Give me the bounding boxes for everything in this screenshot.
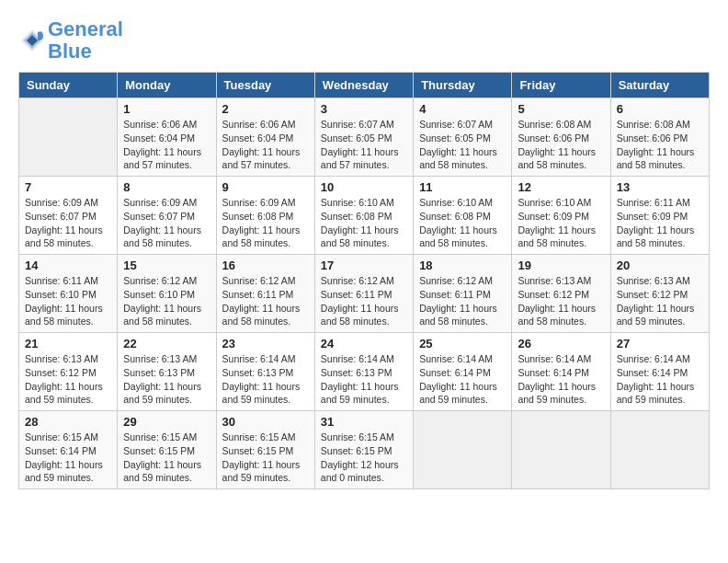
- day-info: Sunrise: 6:10 AMSunset: 6:09 PMDaylight:…: [518, 196, 604, 250]
- day-number: 7: [25, 180, 111, 194]
- day-info: Sunrise: 6:15 AMSunset: 6:15 PMDaylight:…: [321, 431, 407, 485]
- day-info: Sunrise: 6:12 AMSunset: 6:11 PMDaylight:…: [321, 274, 407, 328]
- calendar-cell: 9Sunrise: 6:09 AMSunset: 6:08 PMDaylight…: [216, 177, 314, 255]
- day-number: 19: [518, 259, 604, 272]
- day-info: Sunrise: 6:15 AMSunset: 6:15 PMDaylight:…: [123, 431, 210, 485]
- day-number: 31: [321, 415, 407, 429]
- day-number: 4: [419, 102, 506, 116]
- day-number: 15: [123, 259, 210, 272]
- day-number: 26: [518, 337, 604, 350]
- calendar-cell: 20Sunrise: 6:13 AMSunset: 6:12 PMDayligh…: [610, 255, 709, 333]
- calendar-cell: 6Sunrise: 6:08 AMSunset: 6:06 PMDaylight…: [610, 98, 709, 177]
- calendar-cell: 25Sunrise: 6:14 AMSunset: 6:14 PMDayligh…: [414, 333, 512, 411]
- calendar-cell: 17Sunrise: 6:12 AMSunset: 6:11 PMDayligh…: [314, 255, 413, 333]
- day-info: Sunrise: 6:10 AMSunset: 6:08 PMDaylight:…: [321, 196, 407, 250]
- day-info: Sunrise: 6:13 AMSunset: 6:12 PMDaylight:…: [518, 274, 604, 328]
- day-number: 25: [419, 337, 506, 350]
- calendar-cell: [610, 411, 709, 489]
- logo: General Blue: [18, 18, 123, 63]
- day-info: Sunrise: 6:15 AMSunset: 6:15 PMDaylight:…: [222, 431, 309, 485]
- calendar-week-row: 21Sunrise: 6:13 AMSunset: 6:12 PMDayligh…: [19, 333, 710, 411]
- day-info: Sunrise: 6:06 AMSunset: 6:04 PMDaylight:…: [222, 118, 309, 172]
- calendar-cell: 8Sunrise: 6:09 AMSunset: 6:07 PMDaylight…: [118, 177, 216, 255]
- day-number: 24: [321, 337, 407, 350]
- calendar-week-row: 14Sunrise: 6:11 AMSunset: 6:10 PMDayligh…: [19, 255, 710, 333]
- calendar-week-row: 1Sunrise: 6:06 AMSunset: 6:04 PMDaylight…: [19, 98, 710, 177]
- day-info: Sunrise: 6:14 AMSunset: 6:14 PMDaylight:…: [419, 352, 506, 407]
- day-number: 16: [222, 259, 309, 272]
- day-number: 9: [222, 180, 309, 194]
- day-info: Sunrise: 6:10 AMSunset: 6:08 PMDaylight:…: [419, 196, 506, 250]
- calendar-cell: 15Sunrise: 6:12 AMSunset: 6:10 PMDayligh…: [118, 255, 216, 333]
- calendar-cell: 11Sunrise: 6:10 AMSunset: 6:08 PMDayligh…: [414, 177, 512, 255]
- calendar-cell: 3Sunrise: 6:07 AMSunset: 6:05 PMDaylight…: [314, 98, 413, 177]
- calendar-cell: 4Sunrise: 6:07 AMSunset: 6:05 PMDaylight…: [414, 98, 512, 177]
- calendar-cell: 26Sunrise: 6:14 AMSunset: 6:14 PMDayligh…: [512, 333, 610, 411]
- day-number: 11: [419, 180, 506, 194]
- calendar-cell: 24Sunrise: 6:14 AMSunset: 6:13 PMDayligh…: [314, 333, 413, 411]
- weekday-header: Thursday: [414, 73, 512, 98]
- calendar-cell: 31Sunrise: 6:15 AMSunset: 6:15 PMDayligh…: [314, 411, 413, 489]
- calendar-cell: [19, 98, 118, 177]
- day-number: 23: [222, 337, 309, 350]
- day-info: Sunrise: 6:09 AMSunset: 6:07 PMDaylight:…: [123, 196, 210, 250]
- calendar-cell: 1Sunrise: 6:06 AMSunset: 6:04 PMDaylight…: [118, 98, 216, 177]
- calendar-cell: 28Sunrise: 6:15 AMSunset: 6:14 PMDayligh…: [19, 411, 118, 489]
- calendar-cell: [512, 411, 610, 489]
- day-info: Sunrise: 6:14 AMSunset: 6:14 PMDaylight:…: [518, 352, 604, 407]
- calendar-cell: [414, 411, 512, 489]
- day-info: Sunrise: 6:08 AMSunset: 6:06 PMDaylight:…: [518, 118, 604, 172]
- day-number: 10: [321, 180, 407, 194]
- day-info: Sunrise: 6:07 AMSunset: 6:05 PMDaylight:…: [419, 118, 506, 172]
- day-number: 13: [617, 180, 703, 194]
- day-number: 5: [518, 102, 604, 116]
- weekday-header: Wednesday: [314, 73, 413, 98]
- day-info: Sunrise: 6:13 AMSunset: 6:12 PMDaylight:…: [25, 352, 111, 407]
- calendar-cell: 2Sunrise: 6:06 AMSunset: 6:04 PMDaylight…: [216, 98, 314, 177]
- page-header: General Blue: [18, 18, 710, 63]
- calendar-cell: 7Sunrise: 6:09 AMSunset: 6:07 PMDaylight…: [19, 177, 118, 255]
- day-info: Sunrise: 6:07 AMSunset: 6:05 PMDaylight:…: [321, 118, 407, 172]
- weekday-header: Sunday: [19, 73, 118, 98]
- day-number: 8: [123, 180, 210, 194]
- weekday-header: Tuesday: [216, 73, 314, 98]
- day-info: Sunrise: 6:11 AMSunset: 6:10 PMDaylight:…: [25, 274, 111, 328]
- day-number: 28: [25, 415, 111, 429]
- calendar-cell: 14Sunrise: 6:11 AMSunset: 6:10 PMDayligh…: [19, 255, 118, 333]
- day-number: 3: [321, 102, 407, 116]
- calendar-cell: 13Sunrise: 6:11 AMSunset: 6:09 PMDayligh…: [610, 177, 709, 255]
- calendar-cell: 16Sunrise: 6:12 AMSunset: 6:11 PMDayligh…: [216, 255, 314, 333]
- day-info: Sunrise: 6:14 AMSunset: 6:13 PMDaylight:…: [321, 352, 407, 407]
- calendar-cell: 29Sunrise: 6:15 AMSunset: 6:15 PMDayligh…: [118, 411, 216, 489]
- calendar-cell: 18Sunrise: 6:12 AMSunset: 6:11 PMDayligh…: [414, 255, 512, 333]
- day-number: 22: [123, 337, 210, 350]
- calendar-cell: 12Sunrise: 6:10 AMSunset: 6:09 PMDayligh…: [512, 177, 610, 255]
- calendar-week-row: 28Sunrise: 6:15 AMSunset: 6:14 PMDayligh…: [19, 411, 710, 489]
- calendar-cell: 5Sunrise: 6:08 AMSunset: 6:06 PMDaylight…: [512, 98, 610, 177]
- day-info: Sunrise: 6:11 AMSunset: 6:09 PMDaylight:…: [617, 196, 703, 250]
- weekday-header: Friday: [512, 73, 610, 98]
- logo-icon: [18, 27, 46, 54]
- day-number: 17: [321, 259, 407, 272]
- calendar-table: SundayMondayTuesdayWednesdayThursdayFrid…: [18, 72, 710, 489]
- day-number: 12: [518, 180, 604, 194]
- logo-text2: Blue: [48, 40, 123, 63]
- calendar-week-row: 7Sunrise: 6:09 AMSunset: 6:07 PMDaylight…: [19, 177, 710, 255]
- day-number: 1: [123, 102, 210, 116]
- day-number: 6: [617, 102, 703, 116]
- day-number: 30: [222, 415, 309, 429]
- day-info: Sunrise: 6:15 AMSunset: 6:14 PMDaylight:…: [25, 431, 111, 485]
- day-info: Sunrise: 6:13 AMSunset: 6:12 PMDaylight:…: [617, 274, 703, 328]
- day-info: Sunrise: 6:08 AMSunset: 6:06 PMDaylight:…: [617, 118, 703, 172]
- calendar-cell: 10Sunrise: 6:10 AMSunset: 6:08 PMDayligh…: [314, 177, 413, 255]
- day-number: 18: [419, 259, 506, 272]
- day-number: 20: [617, 259, 703, 272]
- weekday-header: Monday: [118, 73, 216, 98]
- calendar-cell: 30Sunrise: 6:15 AMSunset: 6:15 PMDayligh…: [216, 411, 314, 489]
- day-number: 29: [123, 415, 210, 429]
- day-number: 14: [25, 259, 111, 272]
- weekday-header-row: SundayMondayTuesdayWednesdayThursdayFrid…: [19, 73, 710, 98]
- weekday-header: Saturday: [610, 73, 709, 98]
- day-info: Sunrise: 6:06 AMSunset: 6:04 PMDaylight:…: [123, 118, 210, 172]
- day-info: Sunrise: 6:09 AMSunset: 6:08 PMDaylight:…: [222, 196, 309, 250]
